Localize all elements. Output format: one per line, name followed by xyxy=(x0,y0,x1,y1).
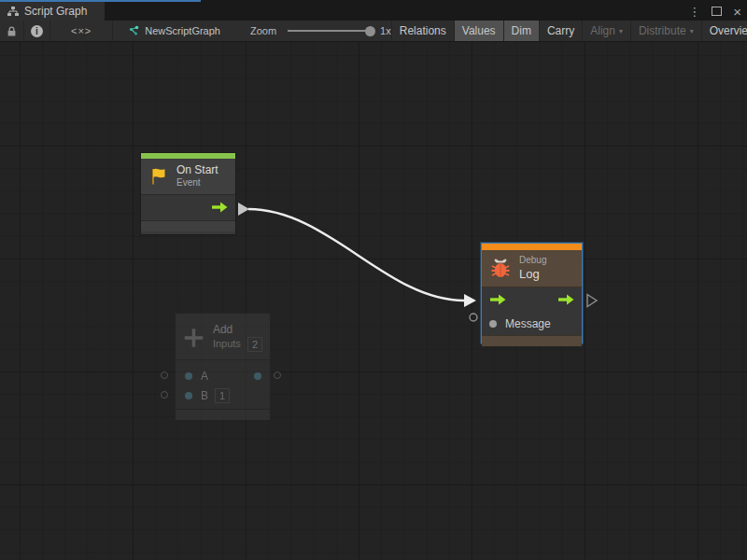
window-menu-icon[interactable]: ⋮ xyxy=(688,6,700,18)
debug-out-port-marker[interactable] xyxy=(587,295,597,307)
close-icon[interactable]: × xyxy=(733,5,741,19)
zoom-label: Zoom xyxy=(250,25,276,36)
b-in-port-dot[interactable] xyxy=(185,392,192,399)
carry-toggle[interactable]: Carry xyxy=(540,21,583,41)
on-start-node[interactable]: On Start Event xyxy=(140,152,236,235)
graph-asset-name: NewScriptGraph xyxy=(145,25,220,36)
bug-icon xyxy=(489,256,512,280)
b-port-marker[interactable] xyxy=(161,391,168,399)
toolbar-toggles: Relations Values Dim Carry Align ▾ Distr… xyxy=(391,21,747,41)
script-graph-asset-icon xyxy=(128,25,139,36)
debug-accent-bar xyxy=(482,244,582,250)
plus-icon xyxy=(183,326,204,350)
align-label: Align xyxy=(590,24,615,37)
debug-trigger-row xyxy=(482,287,582,313)
trigger-out-arrow-icon[interactable] xyxy=(557,294,574,305)
debug-message-row: Message xyxy=(482,313,582,335)
maximize-icon[interactable] xyxy=(712,7,722,16)
chevron-down-icon: ▾ xyxy=(619,27,623,35)
tab-script-graph[interactable]: Script Graph xyxy=(0,2,105,21)
graph-canvas[interactable]: On Start Event xyxy=(0,42,747,560)
on-start-trigger-row xyxy=(141,195,235,220)
connection-layer xyxy=(0,42,747,560)
carry-label: Carry xyxy=(547,24,574,37)
info-icon: i xyxy=(31,25,43,37)
message-port-dot[interactable] xyxy=(489,320,497,328)
on-start-body xyxy=(141,195,235,220)
values-label: Values xyxy=(462,24,496,37)
relations-label: Relations xyxy=(400,24,446,37)
trigger-out-arrow-icon[interactable] xyxy=(211,202,228,213)
wire-arrowhead-icon xyxy=(464,294,476,307)
script-graph-window: Script Graph ⋮ × i <×> xyxy=(0,0,747,560)
add-header: Add Inputs 2 xyxy=(176,314,270,360)
debug-footer xyxy=(482,335,582,346)
sum-port-marker[interactable] xyxy=(274,371,281,379)
tab-label: Script Graph xyxy=(24,5,87,18)
zoom-value: 1x xyxy=(380,25,391,36)
overview-button[interactable]: Overview xyxy=(702,21,747,41)
align-dropdown[interactable]: Align ▾ xyxy=(583,21,631,41)
trigger-in-arrow-icon[interactable] xyxy=(489,294,506,305)
add-row-b: B 1 xyxy=(176,385,270,405)
overview-label: Overview xyxy=(710,24,747,37)
add-node[interactable]: Add Inputs 2 A B xyxy=(175,313,271,417)
debug-log-node[interactable]: Debug Log Message xyxy=(481,243,583,343)
a-label: A xyxy=(201,370,208,383)
title-bar: Script Graph ⋮ × xyxy=(0,0,747,21)
on-start-subtitle: Event xyxy=(176,177,218,189)
message-label: Message xyxy=(505,317,551,330)
debug-body: Message xyxy=(482,287,582,335)
lock-button[interactable] xyxy=(0,21,24,41)
graph-hierarchy-icon xyxy=(7,7,19,17)
relations-toggle[interactable]: Relations xyxy=(391,21,455,41)
add-body: A B 1 xyxy=(176,360,270,409)
zoom-slider[interactable] xyxy=(288,30,372,32)
add-title: Add xyxy=(213,323,262,337)
on-start-out-port-marker[interactable] xyxy=(238,203,249,216)
debug-subtitle: Debug xyxy=(519,255,546,267)
dim-label: Dim xyxy=(512,24,531,37)
add-node-group: Add Inputs 2 A B xyxy=(155,313,288,421)
distribute-dropdown[interactable]: Distribute ▾ xyxy=(631,21,702,41)
window-controls: ⋮ × xyxy=(688,2,741,21)
on-start-title: On Start xyxy=(176,163,218,177)
dim-toggle[interactable]: Dim xyxy=(504,21,540,41)
zoom-control: Zoom 1x xyxy=(250,21,391,41)
edit-source-button[interactable]: <×> xyxy=(50,21,113,41)
add-footer xyxy=(176,409,270,420)
zoom-slider-knob[interactable] xyxy=(365,26,375,36)
info-button[interactable]: i xyxy=(24,21,50,41)
values-toggle[interactable]: Values xyxy=(455,21,504,41)
on-start-header: On Start Event xyxy=(141,159,235,195)
debug-message-port-marker[interactable] xyxy=(470,314,477,321)
debug-title: Log xyxy=(519,267,546,282)
code-icon: <×> xyxy=(71,25,92,36)
flag-icon xyxy=(148,166,169,187)
on-start-footer xyxy=(141,220,235,231)
b-label: B xyxy=(201,389,208,402)
distribute-label: Distribute xyxy=(639,24,686,37)
chevron-down-icon: ▾ xyxy=(690,27,694,35)
add-inputs-count-field[interactable]: 2 xyxy=(247,337,262,352)
b-value-field[interactable]: 1 xyxy=(215,388,230,403)
graph-toolbar: i <×> NewScriptGraph Zoom 1x Relations xyxy=(0,21,747,42)
lock-icon xyxy=(7,25,17,37)
debug-header: Debug Log xyxy=(482,250,582,287)
graph-asset[interactable]: NewScriptGraph xyxy=(113,21,230,41)
a-port-marker[interactable] xyxy=(161,371,168,379)
a-in-port-dot[interactable] xyxy=(185,372,192,380)
add-subtitle: Inputs xyxy=(213,338,241,351)
add-row-a: A xyxy=(176,366,270,385)
sum-out-port-dot[interactable] xyxy=(254,372,261,380)
control-wire[interactable] xyxy=(248,209,464,301)
